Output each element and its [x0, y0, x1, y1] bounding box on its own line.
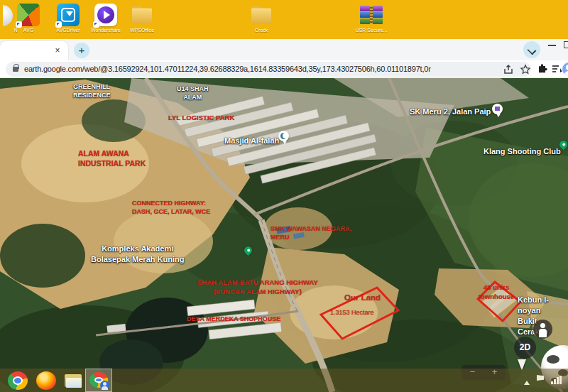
new-tab-button[interactable]: + — [74, 43, 89, 58]
label-our-land-area: 1.3153 Hectare — [330, 308, 374, 317]
school-glyph-icon — [495, 107, 500, 111]
tab-close-icon[interactable]: × — [53, 45, 62, 55]
pegman-button[interactable] — [533, 320, 552, 339]
window-maximize-button[interactable] — [564, 41, 568, 48]
shortcut-arrow-icon — [16, 21, 22, 28]
desktop-icon-wondershare[interactable]: Wondershare — [86, 4, 126, 33]
firefox-icon — [36, 371, 56, 390]
desktop-icon-wpsoffice[interactable]: WPSOffice — [122, 4, 162, 33]
taskbar-chrome-button[interactable] — [7, 371, 28, 391]
browser-toolbar: earth.google.com/web/@3.16592924,101.470… — [0, 60, 568, 78]
desktop-icon-crock[interactable]: Crock — [241, 4, 281, 33]
windows-taskbar — [0, 369, 568, 392]
chrome-icon — [8, 371, 28, 390]
label-sk-meru[interactable]: SK Meru 2, Jalan Paip — [410, 107, 491, 117]
extensions-puzzle-icon[interactable] — [536, 63, 548, 75]
browser-tab[interactable]: × — [0, 41, 68, 60]
tray-show-hidden-icon[interactable] — [524, 378, 530, 385]
tray-flag-icon[interactable] — [537, 375, 544, 381]
crescent-icon — [280, 133, 287, 139]
label-our-land: Our Land — [344, 293, 381, 304]
folder-icon — [131, 4, 153, 26]
2d-mode-button[interactable]: 2D — [514, 337, 536, 359]
label-greenhill-residence: GREENHILL RESIDENCE — [73, 82, 111, 99]
pegman-icon — [540, 323, 545, 328]
desktop-icon-row: N AVG AVGDriver Wondershare WPSOffice Cr… — [0, 0, 568, 39]
window-minimize-button[interactable] — [548, 45, 556, 46]
folder-icon — [250, 4, 273, 26]
winrar-archive-icon — [360, 4, 383, 26]
label-u14-shah-alam: U14 SHAH ALAM — [177, 85, 209, 102]
wondershare-icon — [94, 4, 117, 26]
desktop-icon-avgdriver[interactable]: AVGDriver — [48, 4, 88, 33]
tab-strip: × + — [0, 39, 568, 60]
lock-icon[interactable] — [13, 67, 18, 72]
taskbar-chrome-active-button[interactable] — [85, 369, 112, 392]
avg-icon — [17, 4, 40, 26]
avg-driver-icon — [57, 4, 80, 26]
shortcut-arrow-icon — [55, 21, 62, 28]
label-48-units-townhouse: 48 units townhouse — [473, 283, 520, 302]
desktop-screen: N AVG AVGDriver Wondershare WPSOffice Cr… — [0, 0, 568, 392]
network-signal-icon[interactable] — [551, 376, 562, 384]
tab-search-chevron-icon[interactable] — [523, 41, 540, 58]
reading-list-icon[interactable] — [551, 63, 563, 75]
profile-badge-icon — [100, 381, 109, 390]
bookmark-star-icon[interactable] — [520, 64, 531, 75]
label-alam-awana: ALAM AWANA INDUSTRIAL PARK — [78, 148, 146, 168]
label-klang-shooting-club[interactable]: Klang Shooting Club — [484, 146, 561, 157]
address-bar[interactable]: earth.google.com/web/@3.16592924,101.470… — [6, 62, 531, 77]
globe-landmass — [547, 355, 559, 364]
label-kompleks-akademi[interactable]: Kompleks Akademi Bolasepak Merah Kuning — [91, 244, 184, 265]
taskbar-explorer-button[interactable] — [62, 371, 84, 391]
school-pin-icon[interactable] — [492, 104, 503, 114]
label-connected-highway: CONNECTED HIGHWAY: DASH, GCE, LATAR, WCE — [132, 199, 210, 216]
desktop-icon-usr-secure[interactable]: USR Secure... — [351, 4, 391, 33]
browser-window: × + earth.google.com/web/@3.16592924,101… — [0, 39, 568, 392]
google-earth-map[interactable]: GREENHILL RESIDENCE U14 SHAH ALAM Masjid… — [0, 78, 568, 392]
shortcut-arrow-icon — [93, 21, 99, 28]
taskbar-firefox-button[interactable] — [36, 371, 57, 391]
desktop-icon-avg[interactable]: AVG — [9, 4, 48, 33]
share-icon[interactable] — [503, 64, 514, 75]
file-explorer-icon — [65, 373, 82, 388]
label-lyl-logistic-park: LYL LOGISTIC PARK — [168, 114, 234, 123]
label-shah-alam-highway: SHAH ALAM-BATU ARANG HIGHWAY (PUNCAK ALA… — [197, 278, 318, 297]
mosque-pin-icon[interactable] — [278, 131, 289, 141]
profile-avatar[interactable] — [562, 62, 568, 76]
url-text[interactable]: earth.google.com/web/@3.16592924,101.470… — [24, 65, 431, 73]
label-smk-wawasan: SMK WAWASAN NEGARA, MERU — [271, 224, 351, 241]
label-masjid-al-falah[interactable]: Masjid Al-falah — [224, 136, 279, 146]
label-desa-shophouse: DESA MERDEKA SHOPHOUSE — [187, 315, 280, 323]
